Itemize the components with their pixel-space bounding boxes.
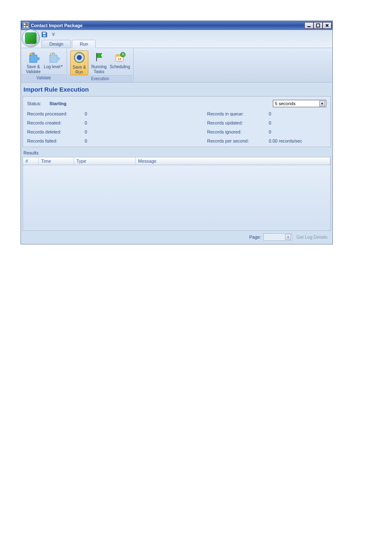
ribbon: Save & Validate Log level▼ Validate bbox=[21, 48, 332, 83]
qat-save-button[interactable] bbox=[41, 31, 48, 38]
maximize-button[interactable] bbox=[314, 22, 323, 29]
svg-rect-2 bbox=[24, 26, 25, 28]
status-label: Status: bbox=[27, 101, 41, 106]
page-label: Page: bbox=[249, 235, 261, 240]
svg-rect-3 bbox=[26, 23, 28, 25]
records-deleted-label: Records deleted: bbox=[27, 129, 85, 134]
tab-run[interactable]: Run bbox=[72, 40, 96, 48]
close-button[interactable] bbox=[323, 22, 332, 29]
app-menu-button[interactable] bbox=[22, 29, 40, 47]
validate-group-label: Validate bbox=[22, 74, 66, 81]
section-title: Import Rule Execution bbox=[21, 83, 332, 95]
execution-group-label: Execution bbox=[68, 75, 132, 82]
app-icon bbox=[23, 22, 29, 29]
page-select[interactable]: ▼ bbox=[263, 233, 292, 241]
svg-point-16 bbox=[77, 55, 82, 60]
refresh-interval-value: 5 seconds bbox=[275, 101, 295, 106]
records-processed-value: 0 bbox=[85, 111, 134, 116]
save-run-button[interactable]: Save & Run bbox=[70, 51, 88, 75]
results-body bbox=[23, 165, 330, 230]
app-menu-icon bbox=[25, 32, 37, 44]
running-tasks-label: Running Tasks bbox=[91, 64, 106, 74]
records-updated-label: Records updated: bbox=[207, 120, 269, 125]
get-log-details-button[interactable]: Get Log Details bbox=[295, 234, 329, 240]
col-header-num[interactable]: # bbox=[23, 157, 39, 165]
svg-rect-5 bbox=[307, 26, 311, 27]
refresh-interval-select[interactable]: 5 seconds ▼ bbox=[273, 100, 326, 107]
col-header-type[interactable]: Type bbox=[74, 157, 136, 165]
records-in-queue-label: Records in queue: bbox=[207, 111, 269, 116]
status-value: Starting bbox=[49, 101, 67, 106]
records-failed-label: Records failed: bbox=[27, 138, 85, 143]
records-failed-value: 0 bbox=[85, 138, 134, 143]
svg-point-13 bbox=[30, 53, 32, 55]
records-updated-value: 0 bbox=[269, 120, 326, 125]
ribbon-group-execution: Save & Run Running Tasks bbox=[67, 48, 134, 82]
svg-rect-10 bbox=[43, 35, 46, 37]
minimize-button[interactable] bbox=[304, 22, 314, 29]
puzzle-faded-icon bbox=[47, 51, 60, 64]
scheduling-label: Scheduling bbox=[110, 64, 130, 69]
chevron-down-icon: ▼ bbox=[319, 101, 325, 106]
records-per-second-label: Records per second: bbox=[207, 138, 269, 143]
record-icon bbox=[73, 51, 86, 64]
save-validate-label: Save & Validate bbox=[26, 64, 40, 74]
puzzle-icon bbox=[27, 51, 40, 64]
records-per-second-value: 0.00 records/sec bbox=[269, 138, 326, 143]
records-ignored-value: 0 bbox=[269, 129, 326, 134]
log-level-label: Log level bbox=[44, 64, 60, 69]
app-window: Contact Import Package bbox=[21, 21, 333, 244]
status-panel: Status: Starting 5 seconds ▼ Records pro… bbox=[23, 96, 331, 147]
qat-customize-button[interactable] bbox=[50, 31, 57, 38]
calendar-clock-icon: 12 bbox=[113, 51, 127, 64]
tab-design[interactable]: Design bbox=[42, 40, 71, 48]
ribbon-group-validate: Save & Validate Log level▼ Validate bbox=[21, 48, 67, 82]
chevron-down-icon: ▼ bbox=[285, 234, 291, 240]
results-section-label: Results bbox=[21, 148, 332, 157]
records-created-value: 0 bbox=[85, 120, 134, 125]
running-tasks-button[interactable]: Running Tasks bbox=[90, 51, 108, 75]
save-run-label: Save & Run bbox=[73, 65, 86, 74]
records-in-queue-value: 0 bbox=[269, 111, 326, 116]
svg-rect-1 bbox=[24, 23, 25, 25]
svg-point-14 bbox=[50, 53, 53, 55]
titlebar: Contact Import Package bbox=[21, 21, 332, 30]
flag-icon bbox=[92, 51, 106, 64]
svg-marker-12 bbox=[52, 35, 55, 36]
records-processed-label: Records processed: bbox=[27, 111, 85, 116]
footer: Page: ▼ Get Log Details bbox=[21, 231, 332, 244]
svg-rect-4 bbox=[26, 26, 28, 28]
col-header-message[interactable]: Message bbox=[136, 157, 330, 165]
window-title: Contact Import Package bbox=[31, 23, 83, 28]
records-ignored-label: Records ignored: bbox=[207, 129, 269, 134]
log-level-button[interactable]: Log level▼ bbox=[44, 51, 63, 74]
svg-rect-6 bbox=[316, 24, 320, 27]
svg-rect-9 bbox=[43, 32, 46, 34]
ribbon-header: Design Run bbox=[21, 30, 332, 48]
col-header-time[interactable]: Time bbox=[39, 157, 74, 165]
svg-text:12: 12 bbox=[118, 57, 121, 61]
scheduling-button[interactable]: 12 Scheduling bbox=[110, 51, 130, 75]
save-validate-button[interactable]: Save & Validate bbox=[24, 51, 42, 74]
records-deleted-value: 0 bbox=[85, 129, 134, 134]
records-created-label: Records created: bbox=[27, 120, 85, 125]
results-table: # Time Type Message bbox=[23, 157, 331, 231]
